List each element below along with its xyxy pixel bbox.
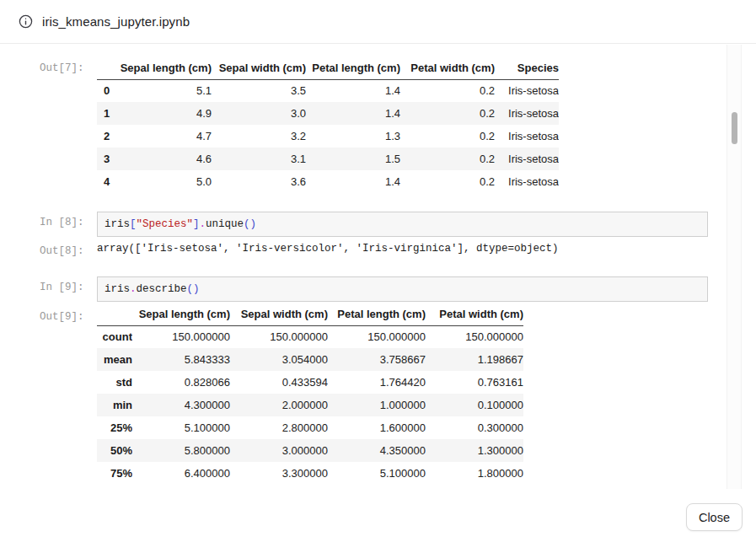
table-cell: 0.2 — [400, 170, 495, 193]
notebook-cell-in8: In [8]: iris["Species"].unique() — [40, 212, 756, 237]
notebook-cell-in9: In [9]: iris.describe() — [40, 276, 756, 302]
table-cell: 0.2 — [400, 125, 495, 148]
notebook-cell-out8: Out[8]: array(['Iris-setosa', 'Iris-vers… — [40, 242, 756, 257]
table-row: 75%6.4000003.3000005.1000001.800000 — [97, 462, 523, 485]
column-header: Petal width (cm) — [400, 57, 495, 79]
table-cell: 5.800000 — [132, 439, 230, 462]
table-head: Sepal length (cm)Sepal width (cm)Petal l… — [97, 303, 523, 325]
table-cell: 5.100000 — [328, 462, 426, 485]
table-row: 34.63.11.50.2Iris-setosa — [97, 148, 559, 170]
column-header: Sepal length (cm) — [117, 57, 212, 79]
table-cell: 4.7 — [117, 125, 212, 148]
table-cell: Iris-setosa — [495, 170, 559, 193]
table-cell: 150.000000 — [132, 325, 230, 348]
table-cell: 3.2 — [212, 125, 306, 148]
table-cell: 1.4 — [306, 79, 400, 102]
notebook-cell-out9: Out[9]: Sepal length (cm)Sepal width (cm… — [40, 303, 756, 485]
table-header-row: Sepal length (cm)Sepal width (cm)Petal l… — [97, 57, 559, 79]
notebook-cell-out7: Out[7]: Sepal length (cm)Sepal width (cm… — [40, 57, 756, 193]
table-row: 50%5.8000003.0000004.3500001.300000 — [97, 439, 523, 462]
scrollbar-thumb[interactable] — [732, 112, 737, 144]
table-cell: 0.2 — [400, 79, 495, 102]
table-cell: 5.1 — [117, 79, 212, 102]
table-cell: 4.350000 — [328, 439, 426, 462]
column-header: Petal width (cm) — [426, 303, 523, 325]
table-row: 45.03.61.40.2Iris-setosa — [97, 170, 559, 193]
notebook-preview: Out[7]: Sepal length (cm)Sepal width (cm… — [0, 44, 756, 489]
row-index: 0 — [97, 79, 117, 102]
table-cell: 150.000000 — [426, 325, 523, 348]
table-cell: 1.764420 — [328, 371, 426, 394]
row-index: 25% — [97, 416, 132, 439]
table-header-row: Sepal length (cm)Sepal width (cm)Petal l… — [97, 303, 523, 325]
table-cell: 5.100000 — [132, 416, 230, 439]
table-cell: 150.000000 — [230, 325, 328, 348]
table-row: min4.3000002.0000001.0000000.100000 — [97, 394, 523, 416]
row-index: 50% — [97, 439, 132, 462]
table-cell: 3.758667 — [328, 348, 426, 371]
code-token: ] — [193, 218, 200, 230]
code-token: () — [187, 283, 200, 295]
table-cell: Iris-setosa — [495, 148, 559, 170]
table-cell: 1.3 — [306, 125, 400, 148]
table-cell: 6.400000 — [132, 462, 230, 485]
table-cell: 1.5 — [306, 148, 400, 170]
code-input: iris.describe() — [97, 276, 708, 302]
column-header: Petal length (cm) — [328, 303, 426, 325]
output-prompt: Out[9]: — [40, 311, 97, 323]
table-cell: 1.198667 — [426, 348, 523, 371]
row-index: 2 — [97, 125, 117, 148]
table-cell: 3.6 — [212, 170, 306, 193]
table-cell: 4.300000 — [132, 394, 230, 416]
table-cell: 3.054000 — [230, 348, 328, 371]
code-token: . — [130, 283, 137, 295]
row-index: 1 — [97, 102, 117, 125]
table-row: std0.8280660.4335941.7644200.763161 — [97, 371, 523, 394]
row-index: 3 — [97, 148, 117, 170]
table-row: mean5.8433333.0540003.7586671.198667 — [97, 348, 523, 371]
table-cell: 3.5 — [212, 79, 306, 102]
row-index: 4 — [97, 170, 117, 193]
column-header: Petal length (cm) — [306, 57, 400, 79]
column-header: Sepal width (cm) — [230, 303, 328, 325]
row-index: 75% — [97, 462, 132, 485]
input-prompt: In [9]: — [40, 282, 97, 293]
code-token: . — [200, 218, 206, 230]
table-cell: 3.1 — [212, 148, 306, 170]
row-index: mean — [97, 348, 132, 371]
table-cell: 1.4 — [306, 170, 400, 193]
dataframe-describe-table: Sepal length (cm)Sepal width (cm)Petal l… — [97, 303, 523, 485]
table-cell: 5.0 — [117, 170, 212, 193]
table-cell: 3.000000 — [230, 439, 328, 462]
index-corner — [97, 57, 117, 79]
column-header: Sepal width (cm) — [212, 57, 306, 79]
output-prompt: Out[7]: — [40, 62, 97, 74]
table-cell: 150.000000 — [328, 325, 426, 348]
row-index: std — [97, 371, 132, 394]
table-cell: 0.433594 — [230, 371, 328, 394]
close-button[interactable]: Close — [686, 503, 743, 531]
table-cell: 1.800000 — [426, 462, 523, 485]
table-cell: 5.843333 — [132, 348, 230, 371]
file-preview-dialog: iris_kmeans_jupyter.ipynb Out[7]: Sepal … — [0, 0, 756, 542]
table-cell: 0.763161 — [426, 371, 523, 394]
code-token: "Species" — [137, 218, 194, 230]
table-cell: 3.300000 — [230, 462, 328, 485]
column-header: Species — [495, 57, 559, 79]
table-row: 25%5.1000002.8000001.6000000.300000 — [97, 416, 523, 439]
table-cell: Iris-setosa — [495, 125, 559, 148]
table-cell: Iris-setosa — [495, 79, 559, 102]
dataframe-head-table: Sepal length (cm)Sepal width (cm)Petal l… — [97, 57, 559, 193]
table-cell: 1.000000 — [328, 394, 426, 416]
table-cell: 2.800000 — [230, 416, 328, 439]
table-cell: 4.6 — [117, 148, 212, 170]
row-index: min — [97, 394, 132, 416]
code-input: iris["Species"].unique() — [97, 212, 708, 237]
table-cell: 0.100000 — [426, 394, 523, 416]
output-prompt: Out[8]: — [40, 245, 97, 257]
text-output: array(['Iris-setosa', 'Iris-versicolor',… — [97, 242, 559, 256]
dialog-title: iris_kmeans_jupyter.ipynb — [42, 14, 190, 29]
table-cell: 1.4 — [306, 102, 400, 125]
code-token: iris — [105, 218, 130, 230]
input-prompt: In [8]: — [40, 217, 97, 228]
